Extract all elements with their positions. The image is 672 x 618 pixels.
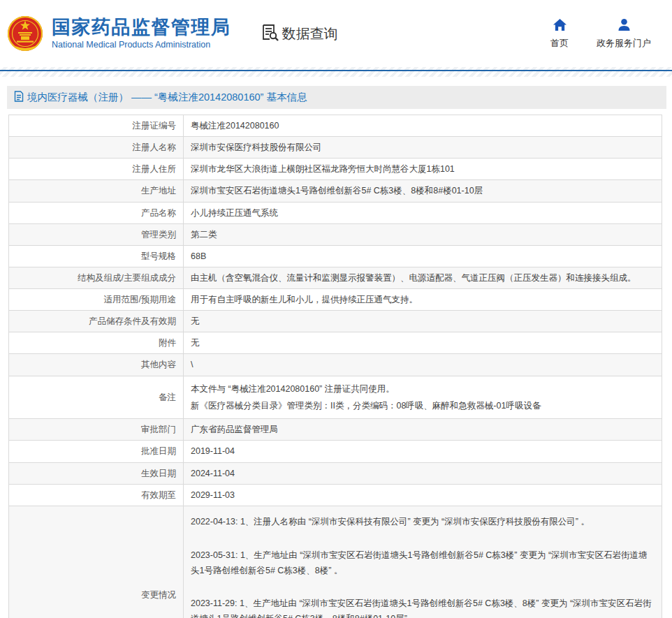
table-row-changes: 变更情况 2022-04-13: 1、注册人名称由 “深圳市安保科技有限公司” … — [9, 506, 662, 618]
row-label: 管理类别 — [9, 223, 184, 245]
table-row: 附件无 — [9, 332, 662, 354]
row-value: 2019-11-04 — [184, 441, 662, 462]
page-title-bar: 境内医疗器械（注册） —— “粤械注准20142080160” 基本信息 — [7, 86, 666, 109]
table-row: 注册人名称深圳市安保医疗科技股份有限公司 — [9, 137, 662, 159]
row-value: 2029-11-03 — [184, 484, 662, 506]
row-label: 变更情况 — [9, 506, 184, 618]
row-label: 附件 — [9, 332, 184, 354]
national-emblem-logo — [7, 15, 43, 52]
row-value: \ — [184, 354, 662, 376]
row-value: 无 — [184, 332, 662, 354]
row-value: 68B — [184, 245, 662, 267]
row-value: 广东省药品监督管理局 — [184, 419, 662, 441]
table-row: 生产地址深圳市宝安区石岩街道塘头1号路创维创新谷5# C栋3楼、8楼和8#楼01… — [9, 180, 662, 202]
row-label: 生效日期 — [9, 462, 184, 484]
page-title: 境内医疗器械（注册） —— “粤械注准20142080160” 基本信息 — [27, 91, 307, 104]
registration-info-table: 注册证编号粤械注准20142080160 注册人名称深圳市安保医疗科技股份有限公… — [8, 115, 662, 618]
table-row: 产品名称小儿持续正压通气系统 — [9, 202, 662, 223]
table-row: 结构及组成/主要组成成分由主机（含空氧混合仪、流量计和监测显示报警装置）、电源适… — [9, 267, 662, 288]
row-label: 注册人住所 — [9, 159, 184, 180]
home-icon — [553, 18, 567, 34]
table-row: 型号规格68B — [9, 245, 662, 267]
nav-portal-label: 政务服务门户 — [597, 37, 651, 50]
change-entry: 2023-11-29: 1、生产地址由 “深圳市宝安区石岩街道塘头1号路创维创新… — [191, 596, 655, 618]
row-label: 有效期至 — [9, 484, 184, 506]
table-row: 注册人住所深圳市龙华区大浪街道上横朗社区福龙路旁恒大时尚慧谷大厦1栋101 — [9, 159, 662, 180]
remark-line: 本文件与 “粤械注准20142080160” 注册证共同使用。 — [191, 381, 655, 397]
row-value: 本文件与 “粤械注准20142080160” 注册证共同使用。 新《医疗器械分类… — [184, 376, 662, 419]
row-value: 2024-11-04 — [184, 462, 662, 484]
row-label: 其他内容 — [9, 354, 184, 376]
data-query-label: 数据查询 — [282, 24, 338, 43]
row-value: 用于有自主呼吸的新生儿和小儿，提供持续正压通气支持。 — [184, 289, 662, 311]
row-label: 生产地址 — [9, 180, 184, 202]
row-value: 深圳市宝安区石岩街道塘头1号路创维创新谷5# C栋3楼、8楼和8#楼01-10层 — [184, 180, 662, 202]
row-label: 型号规格 — [9, 245, 184, 267]
row-value: 2022-04-13: 1、注册人名称由 “深圳市安保科技有限公司” 变更为 “… — [184, 506, 662, 618]
user-icon — [617, 18, 631, 34]
table-row: 审批部门广东省药品监督管理局 — [9, 419, 662, 441]
table-row: 适用范围/预期用途用于有自主呼吸的新生儿和小儿，提供持续正压通气支持。 — [9, 289, 662, 311]
row-label: 备注 — [9, 376, 184, 419]
table-row: 产品储存条件及有效期无 — [9, 311, 662, 332]
row-label: 批准日期 — [9, 441, 184, 462]
org-name: 国家药品监督管理局 — [52, 17, 231, 38]
table-row: 管理类别第二类 — [9, 223, 662, 245]
data-query-icon — [261, 23, 279, 44]
row-label: 适用范围/预期用途 — [9, 289, 184, 311]
table-row: 其他内容\ — [9, 354, 662, 376]
row-value: 小儿持续正压通气系统 — [184, 202, 662, 223]
row-value: 由主机（含空氧混合仪、流量计和监测显示报警装置）、电源适配器、气道正压阀（正压发… — [184, 267, 662, 288]
row-label: 产品名称 — [9, 202, 184, 223]
nav-home-label: 首页 — [550, 37, 569, 50]
header-divider-line — [0, 70, 672, 71]
row-value: 深圳市安保医疗科技股份有限公司 — [184, 137, 662, 159]
table-row: 批准日期2019-11-04 — [9, 441, 662, 462]
table-row-remark: 备注 本文件与 “粤械注准20142080160” 注册证共同使用。 新《医疗器… — [9, 376, 662, 419]
data-query-link[interactable]: 数据查询 — [261, 23, 338, 44]
table-row: 注册证编号粤械注准20142080160 — [9, 115, 662, 137]
site-header: 国家药品监督管理局 National Medical Products Admi… — [0, 0, 672, 67]
nav-portal[interactable]: 政务服务门户 — [597, 18, 651, 50]
remark-line: 新《医疗器械分类目录》管理类别：II类，分类编码：08呼吸、麻醉和急救器械-01… — [191, 397, 655, 414]
org-name-en: National Medical Products Administration — [52, 40, 231, 50]
change-entry: 2023-05-31: 1、生产地址由 “深圳市宝安区石岩街道塘头1号路创维创新… — [191, 548, 655, 579]
header-divider-band — [0, 67, 672, 77]
row-value: 深圳市龙华区大浪街道上横朗社区福龙路旁恒大时尚慧谷大厦1栋101 — [184, 159, 662, 180]
row-label: 注册人名称 — [9, 137, 184, 159]
row-value: 第二类 — [184, 223, 662, 245]
table-row: 生效日期2024-11-04 — [9, 462, 662, 484]
row-label: 结构及组成/主要组成成分 — [9, 267, 184, 288]
row-label: 注册证编号 — [9, 115, 184, 137]
row-value: 粤械注准20142080160 — [184, 115, 662, 137]
header-nav: 首页 政务服务门户 — [550, 18, 651, 50]
change-entry: 2022-04-13: 1、注册人名称由 “深圳市安保科技有限公司” 变更为 “… — [191, 515, 655, 530]
row-value: 无 — [184, 311, 662, 332]
table-row: 有效期至2029-11-03 — [9, 484, 662, 506]
row-label: 产品储存条件及有效期 — [9, 311, 184, 332]
nav-home[interactable]: 首页 — [550, 18, 569, 50]
document-icon — [14, 91, 24, 105]
row-label: 审批部门 — [9, 419, 184, 441]
